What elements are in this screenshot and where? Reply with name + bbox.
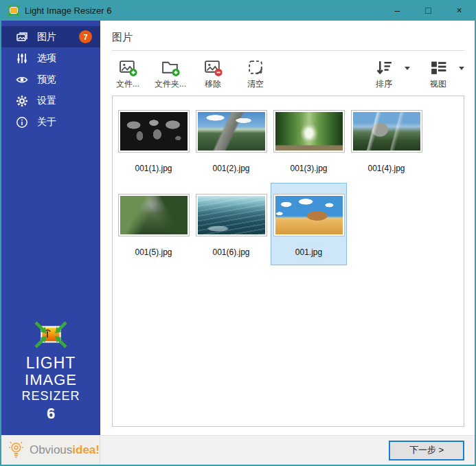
clear-label: 清空 xyxy=(247,78,264,90)
add-folder-icon xyxy=(161,58,180,77)
sliders-icon xyxy=(16,52,28,65)
clear-button[interactable]: 清空 xyxy=(240,58,271,90)
maximize-button[interactable]: □ xyxy=(413,0,444,21)
sidebar-item-pictures[interactable]: 图片 7 xyxy=(1,26,100,47)
logo-word-image: IMAGE xyxy=(1,372,100,388)
picture-count-badge: 7 xyxy=(79,30,92,43)
add-folder-label: 文件夹... xyxy=(155,78,186,90)
view-label: 视图 xyxy=(430,78,446,90)
thumbnail-mountain-vista xyxy=(353,112,420,151)
sidebar-item-label: 关于 xyxy=(37,116,56,129)
thumbnail-frame xyxy=(118,194,190,236)
photos-icon xyxy=(16,31,28,43)
file-item-001-5[interactable]: 001(5).jpg xyxy=(115,183,192,265)
file-item-001-selected[interactable]: 001.jpg xyxy=(271,183,347,265)
sidebar-item-label: 图片 xyxy=(37,31,56,43)
thumbnail-frame xyxy=(273,194,345,236)
minimize-button[interactable]: – xyxy=(382,0,413,21)
view-mode-icon xyxy=(429,58,448,77)
close-button[interactable]: × xyxy=(444,0,475,21)
thumbnail-desert xyxy=(275,196,343,234)
logo-version: 6 xyxy=(1,405,100,423)
sidebar-item-about[interactable]: 关于 xyxy=(1,111,100,133)
file-name: 001(3).jpg xyxy=(290,164,327,173)
resizer-arrows-icon xyxy=(33,320,69,349)
file-name: 001(1).jpg xyxy=(135,164,172,173)
brand-text: Obviousidea! xyxy=(30,443,100,457)
app-logo-icon xyxy=(8,4,20,16)
sidebar-item-label: 选项 xyxy=(37,52,56,65)
thumbnail-tree-tunnel xyxy=(275,112,343,151)
eye-icon xyxy=(16,74,28,86)
sidebar-item-options[interactable]: 选项 xyxy=(1,47,100,69)
thumbnail-world-map xyxy=(120,112,188,151)
view-button[interactable]: 视图 xyxy=(422,58,464,90)
thumbnail-green-valley xyxy=(120,196,188,234)
obviousidea-logo[interactable]: Obviousidea! xyxy=(1,435,100,465)
sort-icon xyxy=(375,58,394,77)
sort-dropdown-caret-icon[interactable] xyxy=(405,67,410,70)
file-name: 001(6).jpg xyxy=(212,247,249,257)
next-button[interactable]: 下一步 > xyxy=(389,441,464,461)
file-item-001-4[interactable]: 001(4).jpg xyxy=(348,99,424,181)
gear-icon xyxy=(16,95,28,107)
file-item-001-6[interactable]: 001(6).jpg xyxy=(193,183,269,265)
titlebar: Light Image Resizer 6 – □ × xyxy=(1,0,475,21)
logo-word-light: LIGHT xyxy=(1,355,100,372)
view-button-inner: 视图 xyxy=(422,58,454,90)
remove-image-icon xyxy=(204,58,223,77)
add-files-label: 文件... xyxy=(116,78,139,90)
remove-button[interactable]: 移除 xyxy=(197,58,229,90)
thumbnail-frame xyxy=(196,194,267,236)
footer-bar: 下一步 > xyxy=(100,435,475,465)
thumbnail-frame xyxy=(196,110,267,153)
window-title: Light Image Resizer 6 xyxy=(25,5,111,16)
file-item-001-2[interactable]: 001(2).jpg xyxy=(193,99,269,181)
file-name: 001(4).jpg xyxy=(367,164,405,173)
page-title: 图片 xyxy=(100,21,475,50)
remove-label: 移除 xyxy=(205,78,221,90)
sort-button[interactable]: 排序 xyxy=(368,58,410,90)
clear-selection-icon xyxy=(247,58,265,77)
thumbnail-frame xyxy=(273,110,345,153)
image-list: 001(1).jpg 001(2).jpg 001(3).jpg 001(4).… xyxy=(112,96,464,427)
info-icon xyxy=(16,116,28,129)
thumbnail-frame xyxy=(118,110,190,153)
file-item-001-3[interactable]: 001(3).jpg xyxy=(271,99,347,181)
sidebar-nav: 图片 7 选项 xyxy=(1,21,100,133)
file-name: 001(5).jpg xyxy=(135,247,172,257)
lightbulb-icon xyxy=(8,439,24,461)
main-panel: 图片 文件... xyxy=(100,21,475,465)
sidebar-item-label: 预览 xyxy=(37,74,56,86)
add-image-icon xyxy=(119,58,137,77)
file-name: 001(2).jpg xyxy=(212,164,249,173)
sort-label: 排序 xyxy=(376,78,392,90)
sidebar-item-preview[interactable]: 预览 xyxy=(1,69,100,90)
sidebar-item-settings[interactable]: 设置 xyxy=(1,90,100,111)
sidebar: 图片 7 选项 xyxy=(1,21,100,465)
view-dropdown-caret-icon[interactable] xyxy=(459,67,464,70)
add-files-button[interactable]: 文件... xyxy=(112,58,144,90)
toolbar: 文件... 文件夹... xyxy=(100,51,475,94)
logo-word-resizer: RESIZER xyxy=(1,388,100,403)
sort-button-inner: 排序 xyxy=(368,58,400,90)
product-logo: LIGHT IMAGE RESIZER 6 xyxy=(1,320,100,435)
thumbnail-ocean-water xyxy=(198,196,265,234)
thumbnail-mountain-sky xyxy=(198,112,265,151)
file-item-001-1[interactable]: 001(1).jpg xyxy=(115,99,192,181)
thumbnail-frame xyxy=(351,110,422,153)
add-folder-button[interactable]: 文件夹... xyxy=(155,58,186,90)
file-name: 001.jpg xyxy=(295,247,322,257)
sidebar-item-label: 设置 xyxy=(37,95,56,107)
app-window: Light Image Resizer 6 – □ × 图片 7 xyxy=(0,0,476,466)
